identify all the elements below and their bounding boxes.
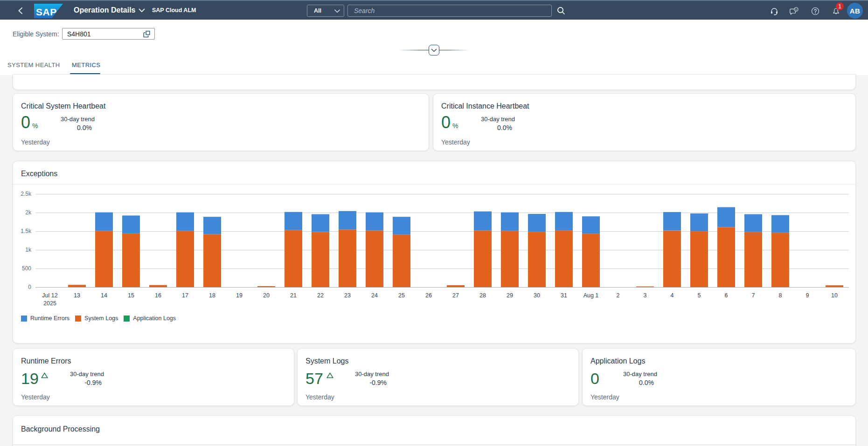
svg-text:8: 8 bbox=[779, 292, 782, 299]
svg-text:4: 4 bbox=[671, 292, 674, 299]
svg-text:21: 21 bbox=[290, 292, 297, 299]
svg-text:24: 24 bbox=[371, 292, 378, 299]
svg-text:2k: 2k bbox=[25, 209, 32, 216]
svg-text:22: 22 bbox=[317, 292, 324, 299]
svg-text:25: 25 bbox=[398, 292, 405, 299]
svg-text:28: 28 bbox=[479, 292, 486, 299]
svg-text:14: 14 bbox=[101, 292, 107, 299]
svg-text:23: 23 bbox=[344, 292, 351, 299]
svg-text:9: 9 bbox=[806, 292, 809, 299]
svg-text:20: 20 bbox=[263, 292, 270, 299]
svg-text:2: 2 bbox=[617, 292, 620, 299]
svg-text:2025: 2025 bbox=[43, 300, 56, 307]
svg-text:19: 19 bbox=[236, 292, 243, 299]
svg-text:13: 13 bbox=[74, 292, 80, 299]
svg-text:18: 18 bbox=[209, 292, 215, 299]
svg-text:SAP: SAP bbox=[36, 7, 57, 17]
svg-text:5: 5 bbox=[698, 292, 701, 299]
svg-text:7: 7 bbox=[752, 292, 755, 299]
svg-text:30: 30 bbox=[534, 292, 540, 299]
svg-text:31: 31 bbox=[561, 292, 567, 299]
svg-text:500: 500 bbox=[22, 265, 31, 272]
svg-text:27: 27 bbox=[452, 292, 459, 299]
svg-text:Jul 12: Jul 12 bbox=[42, 292, 57, 299]
svg-text:1.5k: 1.5k bbox=[21, 228, 32, 234]
svg-text:Aug 1: Aug 1 bbox=[583, 292, 599, 299]
svg-text:1k: 1k bbox=[25, 247, 32, 253]
svg-text:2.5k: 2.5k bbox=[21, 191, 32, 197]
svg-text:6: 6 bbox=[725, 292, 728, 299]
svg-text:29: 29 bbox=[507, 292, 513, 299]
svg-text:16: 16 bbox=[155, 292, 161, 299]
svg-text:26: 26 bbox=[425, 292, 432, 299]
svg-text:0: 0 bbox=[28, 284, 31, 290]
svg-text:17: 17 bbox=[182, 292, 188, 299]
svg-text:15: 15 bbox=[128, 292, 134, 299]
svg-text:10: 10 bbox=[831, 292, 838, 299]
svg-text:3: 3 bbox=[644, 292, 647, 299]
